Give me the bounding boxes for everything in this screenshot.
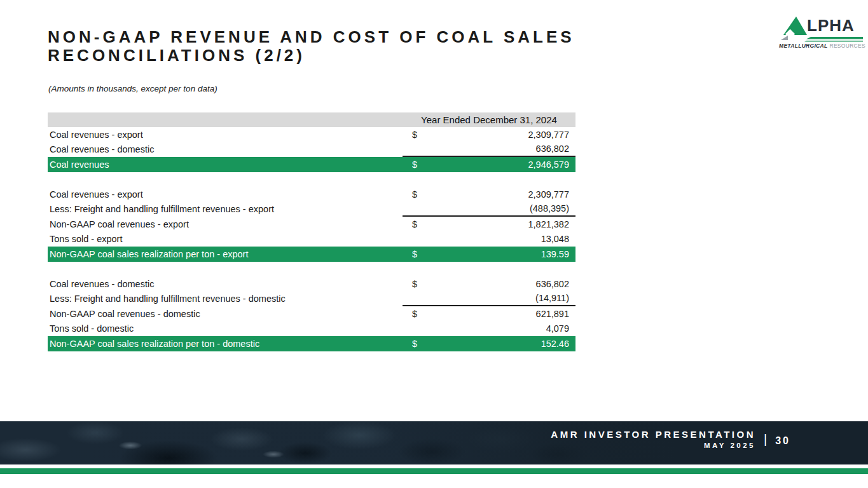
row-label: Coal revenues - domestic [48, 279, 403, 289]
slide-title: NON-GAAP REVENUE AND COST OF COAL SALES … [48, 28, 633, 65]
row-label: Tons sold - domestic [48, 323, 403, 334]
row-value: 152.46 [442, 339, 575, 349]
row-value: (14,911) [442, 293, 575, 303]
table-section: Coal revenues - export $ 2,309,777 Less:… [48, 187, 575, 262]
reconciliation-table: Year Ended December 31, 2024 Coal revenu… [48, 112, 575, 351]
table-row: Less: Freight and handling fulfillment r… [48, 202, 575, 217]
table-row: Coal revenues - domestic $ 636,802 [48, 276, 575, 292]
row-label: Coal revenues - export [48, 189, 403, 200]
slide: NON-GAAP REVENUE AND COST OF COAL SALES … [0, 0, 868, 488]
row-dollar: $ [403, 309, 442, 319]
row-numeric-group: 13,048 [403, 232, 575, 247]
table-row: Non-GAAP coal sales realization per ton … [48, 336, 575, 351]
row-dollar: $ [403, 219, 442, 229]
table-row: Tons sold - export 13,048 [48, 232, 575, 247]
row-numeric-group: $ 636,802 [403, 276, 575, 292]
table-section: Coal revenues - domestic $ 636,802 Less:… [48, 276, 575, 351]
table-row: Non-GAAP coal revenues - domestic $ 621,… [48, 306, 575, 322]
row-numeric-group: 4,079 [403, 322, 575, 337]
row-numeric-group: $ 2,946,579 [403, 157, 575, 172]
amounts-note: (Amounts in thousands, except per ton da… [48, 84, 217, 93]
row-numeric-group: $ 621,891 [403, 306, 575, 322]
table-section: Coal revenues - export $ 2,309,777 Coal … [48, 127, 575, 172]
footer-divider: | [764, 433, 767, 445]
row-numeric-group: $ 139.59 [403, 247, 575, 262]
table-row: Coal revenues - domestic 636,802 [48, 142, 575, 158]
row-label: Non-GAAP coal sales realization per ton … [48, 339, 403, 349]
row-dollar: $ [403, 339, 442, 349]
row-value: 13,048 [442, 234, 575, 244]
row-value: 2,946,579 [442, 159, 575, 170]
table-row: Non-GAAP coal revenues - export $ 1,821,… [48, 217, 575, 232]
table-row: Coal revenues - export $ 2,309,777 [48, 187, 575, 202]
page-number: 30 [775, 435, 790, 447]
table-row: Less: Freight and handling fulfillment r… [48, 292, 575, 307]
table-row: Non-GAAP coal sales realization per ton … [48, 247, 575, 262]
logo-subtext-resources: RESOURCES [829, 43, 865, 49]
slide-title-line2: RECONCILIATIONS (2/2) [48, 46, 633, 65]
alpha-metallurgical-logo: LPHA METALLURGICAL RESOURCES [779, 16, 863, 49]
row-numeric-group: (14,911) [403, 292, 575, 307]
row-numeric-group: $ 2,309,777 [403, 127, 575, 142]
row-label: Less: Freight and handling fulfillment r… [48, 204, 403, 214]
reconciliation-table-body: Coal revenues - export $ 2,309,777 Coal … [48, 127, 575, 351]
bottom-accent-bar [0, 468, 868, 474]
row-label: Non-GAAP coal revenues - export [48, 219, 403, 229]
slide-title-line1: NON-GAAP REVENUE AND COST OF COAL SALES [48, 28, 633, 46]
logo-wordmark: LPHA [807, 16, 855, 36]
logo-subtext: METALLURGICAL RESOURCES [779, 43, 863, 49]
table-header-row: Year Ended December 31, 2024 [48, 112, 575, 127]
row-value: 621,891 [442, 309, 575, 319]
row-label: Non-GAAP coal sales realization per ton … [48, 249, 403, 259]
row-numeric-group: $ 152.46 [403, 336, 575, 351]
row-value: 636,802 [442, 144, 575, 154]
footer-date: MAY 2025 [551, 442, 755, 449]
row-label: Coal revenues - domestic [48, 144, 403, 154]
row-numeric-group: $ 1,821,382 [403, 217, 575, 232]
row-numeric-group: 636,802 [403, 142, 575, 158]
logo-stripe-thick [806, 37, 863, 39]
footer-text-block: AMR INVESTOR PRESENTATION MAY 2025 | 30 [551, 429, 790, 449]
row-label: Less: Freight and handling fulfillment r… [48, 294, 403, 304]
footer-presentation-title: AMR INVESTOR PRESENTATION [551, 429, 755, 440]
footer-lines: AMR INVESTOR PRESENTATION MAY 2025 [551, 429, 755, 449]
logo-stripe-thin [804, 41, 863, 42]
row-value: 1,821,382 [442, 219, 575, 229]
row-numeric-group: $ 2,309,777 [403, 187, 575, 202]
footer-band: AMR INVESTOR PRESENTATION MAY 2025 | 30 [0, 421, 868, 464]
row-label: Coal revenues [48, 159, 403, 170]
table-row: Tons sold - domestic 4,079 [48, 322, 575, 337]
row-dollar: $ [403, 130, 442, 140]
row-numeric-group: (488,395) [403, 202, 575, 217]
table-row: Coal revenues $ 2,946,579 [48, 157, 575, 172]
table-row: Coal revenues - export $ 2,309,777 [48, 127, 575, 142]
row-value: 4,079 [442, 323, 575, 334]
table-header-label: Year Ended December 31, 2024 [403, 114, 575, 125]
logo-subtext-metallurgical: METALLURGICAL [779, 43, 827, 49]
row-dollar: $ [403, 249, 442, 259]
row-label: Tons sold - export [48, 234, 403, 244]
row-value: 139.59 [442, 249, 575, 259]
row-label: Coal revenues - export [48, 130, 403, 140]
row-value: (488,395) [442, 203, 575, 214]
row-dollar: $ [403, 189, 442, 200]
row-value: 636,802 [442, 279, 575, 289]
row-value: 2,309,777 [442, 189, 575, 200]
row-value: 2,309,777 [442, 130, 575, 140]
row-dollar: $ [403, 279, 442, 289]
row-dollar: $ [403, 159, 442, 170]
logo-a-triangle-icon [783, 17, 807, 35]
row-label: Non-GAAP coal revenues - domestic [48, 309, 403, 319]
